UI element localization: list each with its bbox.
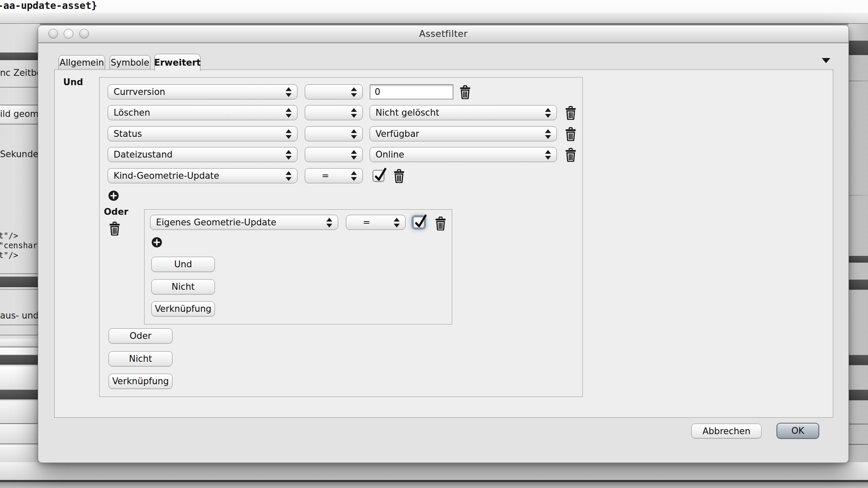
background-row <box>0 401 40 424</box>
select-arrows-icon <box>282 87 292 97</box>
add-oder-group-button[interactable]: Oder <box>108 328 172 344</box>
background-row <box>0 347 40 354</box>
trash-icon[interactable] <box>565 148 576 162</box>
select-arrows-icon <box>348 150 357 160</box>
operator-select-value: = <box>352 217 370 227</box>
value-select[interactable]: Online <box>370 147 557 162</box>
field-select[interactable]: Dateizustand <box>108 147 298 162</box>
background-fragment-geome: ild geome <box>0 109 40 119</box>
background-bottom-gradient <box>0 482 868 488</box>
background-dark-row <box>849 280 868 290</box>
background-dark-row <box>849 355 868 365</box>
select-arrows-icon <box>348 129 357 139</box>
field-select-value: Currversion <box>114 87 165 97</box>
select-arrows-icon <box>542 108 551 118</box>
operator-select[interactable]: = <box>305 168 363 183</box>
add-verknuepfung-button[interactable]: Verknüpfung <box>151 301 215 316</box>
field-select[interactable]: Löschen <box>108 105 298 120</box>
background-left-column: nc Zeitbes ild geome Sekunden t"/> "cens… <box>0 24 40 462</box>
field-select[interactable]: Eigenes Geometrie-Update <box>150 215 338 230</box>
select-arrows-icon <box>348 108 357 118</box>
select-arrows-icon <box>282 108 292 118</box>
background-row <box>0 366 40 388</box>
add-condition-icon[interactable] <box>108 190 119 201</box>
background-row <box>0 444 40 462</box>
operator-select[interactable] <box>305 84 363 100</box>
background-fragment-censhare: "censhare <box>0 241 40 250</box>
select-arrows-icon <box>348 171 357 181</box>
select-arrows-icon <box>323 218 332 227</box>
field-select[interactable]: Kind-Geometrie-Update <box>108 168 298 183</box>
divider <box>0 289 40 290</box>
field-select-value: Dateizustand <box>114 150 172 160</box>
value-input[interactable]: 0 <box>370 84 453 100</box>
trash-icon[interactable] <box>565 106 576 120</box>
background-code-text: -aa-update-asset} <box>0 0 97 11</box>
erweitert-tab-panel: Und Currversion 0 <box>54 69 833 418</box>
background-fragment-sekunden: Sekunden <box>0 149 40 159</box>
background-row <box>0 339 40 347</box>
background-dark-row <box>849 256 868 263</box>
trash-icon[interactable] <box>109 222 120 236</box>
field-select-value: Status <box>114 129 142 139</box>
select-arrows-icon <box>542 150 551 160</box>
background-dark-row <box>0 390 40 399</box>
tab-allgemein[interactable]: Allgemein <box>58 55 105 70</box>
select-arrows-icon <box>542 129 551 139</box>
field-select-value: Eigenes Geometrie-Update <box>156 217 276 227</box>
background-fragment-ausund: aus- und <box>0 311 39 321</box>
operator-select[interactable]: = <box>346 215 406 230</box>
value-checkbox[interactable] <box>373 170 384 182</box>
background-dark-row <box>0 277 40 287</box>
divider <box>0 273 40 274</box>
operator-select-value: = <box>311 171 329 181</box>
add-und-group-button[interactable]: Und <box>151 257 215 272</box>
value-checkbox-focused[interactable] <box>413 216 425 228</box>
checkmark-icon <box>372 165 387 182</box>
add-condition-icon[interactable] <box>151 237 162 248</box>
background-fragment-xml2: t"/> <box>0 250 18 260</box>
divider <box>849 80 868 81</box>
background-dark-row <box>849 390 868 400</box>
select-arrows-icon <box>390 218 400 227</box>
operator-select[interactable] <box>305 147 363 162</box>
chevron-down-icon[interactable] <box>822 58 830 63</box>
operator-select[interactable] <box>305 126 363 141</box>
select-arrows-icon <box>348 87 357 97</box>
add-verknuepfung-button[interactable]: Verknüpfung <box>108 374 172 389</box>
dialog-title: Assetfilter <box>38 25 849 42</box>
tab-erweitert[interactable]: Erweitert <box>154 54 200 71</box>
field-select[interactable]: Currversion <box>108 84 298 100</box>
background-row <box>0 424 40 444</box>
add-nicht-group-button[interactable]: Nicht <box>151 279 215 294</box>
value-select-value: Verfügbar <box>376 129 419 139</box>
divider <box>849 444 868 445</box>
background-fragment-zeitbes: nc Zeitbes <box>0 68 40 78</box>
background-top-band <box>0 0 868 13</box>
select-arrows-icon <box>282 150 292 160</box>
value-select[interactable]: Verfügbar <box>370 126 557 141</box>
add-nicht-group-button[interactable]: Nicht <box>108 351 172 366</box>
background-dark-row <box>849 41 868 55</box>
value-input-text: 0 <box>375 87 380 97</box>
condition-group-box: Currversion 0 Löschen <box>99 77 583 397</box>
tab-symbole[interactable]: Symbole <box>109 55 150 70</box>
background-right-column <box>849 24 868 462</box>
trash-icon[interactable] <box>565 127 576 141</box>
divider <box>849 195 868 196</box>
trash-icon[interactable] <box>393 169 405 183</box>
operator-select[interactable] <box>305 105 363 120</box>
field-select[interactable]: Status <box>108 126 298 141</box>
cancel-button[interactable]: Abbrechen <box>691 424 762 438</box>
value-select-value: Online <box>376 150 404 160</box>
root-operator-label: Und <box>63 77 83 87</box>
field-select-value: Kind-Geometrie-Update <box>114 171 219 181</box>
divider <box>849 424 868 424</box>
background-divider <box>0 23 868 25</box>
divider <box>0 324 40 325</box>
value-select[interactable]: Nicht gelöscht <box>370 105 557 120</box>
divider <box>0 335 40 336</box>
trash-icon[interactable] <box>435 216 446 230</box>
trash-icon[interactable] <box>459 85 471 99</box>
ok-button[interactable]: OK <box>776 423 819 439</box>
